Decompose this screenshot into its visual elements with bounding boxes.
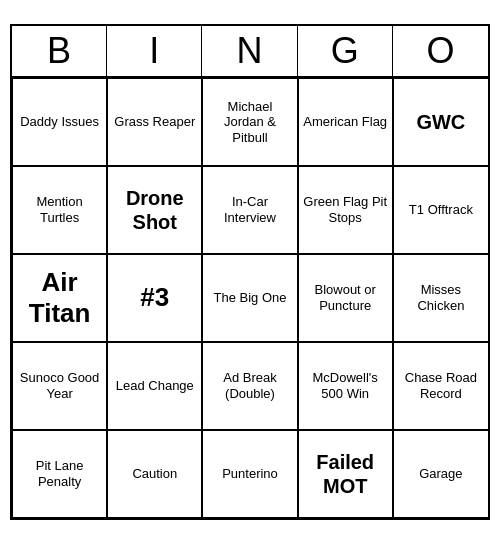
bingo-cell-1: Grass Reaper — [107, 78, 202, 166]
bingo-cell-0: Daddy Issues — [12, 78, 107, 166]
bingo-cell-9: T1 Offtrack — [393, 166, 488, 254]
bingo-cell-21: Caution — [107, 430, 202, 518]
header-letter-O: O — [393, 26, 488, 76]
bingo-cell-24: Garage — [393, 430, 488, 518]
bingo-cell-15: Sunoco Good Year — [12, 342, 107, 430]
bingo-card: BINGO Daddy IssuesGrass ReaperMichael Jo… — [10, 24, 490, 520]
bingo-cell-22: Punterino — [202, 430, 297, 518]
bingo-cell-4: GWC — [393, 78, 488, 166]
bingo-cell-5: Mention Turtles — [12, 166, 107, 254]
bingo-cell-19: Chase Road Record — [393, 342, 488, 430]
bingo-cell-13: Blowout or Puncture — [298, 254, 393, 342]
header-letter-G: G — [298, 26, 393, 76]
bingo-cell-20: Pit Lane Penalty — [12, 430, 107, 518]
bingo-cell-2: Michael Jordan & Pitbull — [202, 78, 297, 166]
bingo-cell-10: Air Titan — [12, 254, 107, 342]
bingo-cell-8: Green Flag Pit Stops — [298, 166, 393, 254]
bingo-cell-14: Misses Chicken — [393, 254, 488, 342]
bingo-cell-3: American Flag — [298, 78, 393, 166]
bingo-cell-18: McDowell's 500 Win — [298, 342, 393, 430]
bingo-cell-12: The Big One — [202, 254, 297, 342]
bingo-cell-23: Failed MOT — [298, 430, 393, 518]
bingo-cell-6: Drone Shot — [107, 166, 202, 254]
header-letter-N: N — [202, 26, 297, 76]
bingo-header: BINGO — [12, 26, 488, 78]
bingo-cell-16: Lead Change — [107, 342, 202, 430]
bingo-cell-17: Ad Break (Double) — [202, 342, 297, 430]
header-letter-I: I — [107, 26, 202, 76]
bingo-cell-11: #3 — [107, 254, 202, 342]
bingo-grid: Daddy IssuesGrass ReaperMichael Jordan &… — [12, 78, 488, 518]
bingo-cell-7: In-Car Interview — [202, 166, 297, 254]
header-letter-B: B — [12, 26, 107, 76]
